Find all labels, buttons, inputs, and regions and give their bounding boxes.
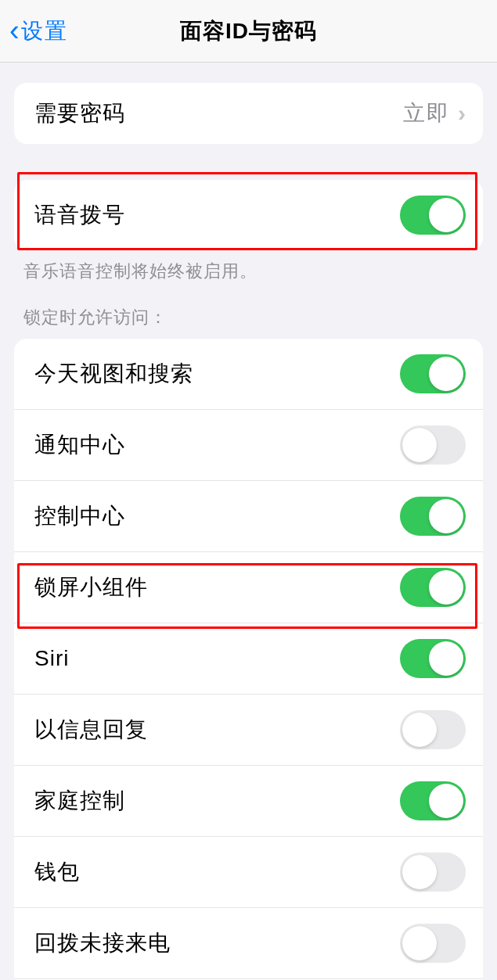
- toggle-knob: [402, 855, 437, 889]
- lockscreen-row: 锁屏小组件: [14, 551, 483, 623]
- nav-bar: ‹ 设置 面容ID与密码: [0, 0, 497, 63]
- lockscreen-row: Siri: [14, 623, 483, 694]
- lockscreen-row: 通知中心: [14, 409, 483, 480]
- lockscreen-row-label: 钱包: [34, 857, 80, 887]
- voice-dial-row: 语音拨号: [14, 180, 483, 250]
- passcode-group: 需要密码 立即 ›: [14, 83, 483, 144]
- lockscreen-toggle[interactable]: [400, 568, 466, 607]
- lockscreen-row-label: 家庭控制: [34, 786, 125, 816]
- lockscreen-row: 以信息回复: [14, 694, 483, 765]
- toggle-knob: [429, 357, 463, 391]
- lockscreen-toggle[interactable]: [400, 924, 466, 963]
- toggle-knob: [429, 570, 463, 605]
- chevron-right-icon: ›: [458, 100, 466, 127]
- back-button[interactable]: ‹ 设置: [0, 14, 68, 48]
- lockscreen-row: 钱包: [14, 836, 483, 907]
- page-title: 面容ID与密码: [180, 16, 317, 46]
- require-passcode-row[interactable]: 需要密码 立即 ›: [14, 83, 483, 144]
- lockscreen-toggle[interactable]: [400, 497, 466, 536]
- toggle-knob: [402, 428, 437, 462]
- toggle-knob: [429, 784, 463, 818]
- lockscreen-toggle[interactable]: [400, 354, 466, 393]
- toggle-knob: [402, 713, 437, 747]
- lockscreen-row-label: 今天视图和搜索: [34, 359, 193, 389]
- lockscreen-toggle[interactable]: [400, 781, 466, 820]
- toggle-knob: [429, 641, 463, 676]
- lockscreen-row-label: 锁屏小组件: [34, 573, 148, 602]
- lockscreen-row-label: 回拨未接来电: [34, 928, 171, 958]
- lockscreen-toggle[interactable]: [400, 425, 466, 465]
- voice-dial-footer: 音乐语音控制将始终被启用。: [0, 250, 497, 284]
- require-passcode-label: 需要密码: [34, 99, 125, 128]
- lockscreen-toggle[interactable]: [400, 853, 466, 892]
- lockscreen-group: 今天视图和搜索通知中心控制中心锁屏小组件Siri以信息回复家庭控制钱包回拨未接来…: [14, 339, 483, 980]
- lockscreen-row-label: Siri: [34, 646, 69, 671]
- voice-dial-toggle[interactable]: [400, 196, 466, 235]
- lockscreen-row: 控制中心: [14, 480, 483, 551]
- voice-dial-group: 语音拨号: [14, 180, 483, 250]
- chevron-left-icon: ‹: [9, 14, 20, 48]
- lockscreen-row: 回拨未接来电: [14, 907, 483, 978]
- back-label: 设置: [21, 16, 68, 46]
- lockscreen-row-label: 控制中心: [34, 501, 125, 531]
- row-value-wrap: 立即 ›: [403, 99, 466, 128]
- toggle-knob: [429, 198, 463, 232]
- require-passcode-value: 立即: [403, 99, 450, 128]
- voice-dial-label: 语音拨号: [34, 200, 125, 230]
- lockscreen-row: 今天视图和搜索: [14, 339, 483, 409]
- toggle-knob: [402, 926, 437, 960]
- lockscreen-header: 锁定时允许访问：: [0, 284, 497, 336]
- lockscreen-row-label: 通知中心: [34, 430, 125, 460]
- lockscreen-row: 家庭控制: [14, 765, 483, 836]
- toggle-knob: [429, 499, 463, 533]
- lockscreen-row-label: 以信息回复: [34, 715, 148, 745]
- lockscreen-toggle[interactable]: [400, 639, 466, 678]
- lockscreen-toggle[interactable]: [400, 710, 466, 749]
